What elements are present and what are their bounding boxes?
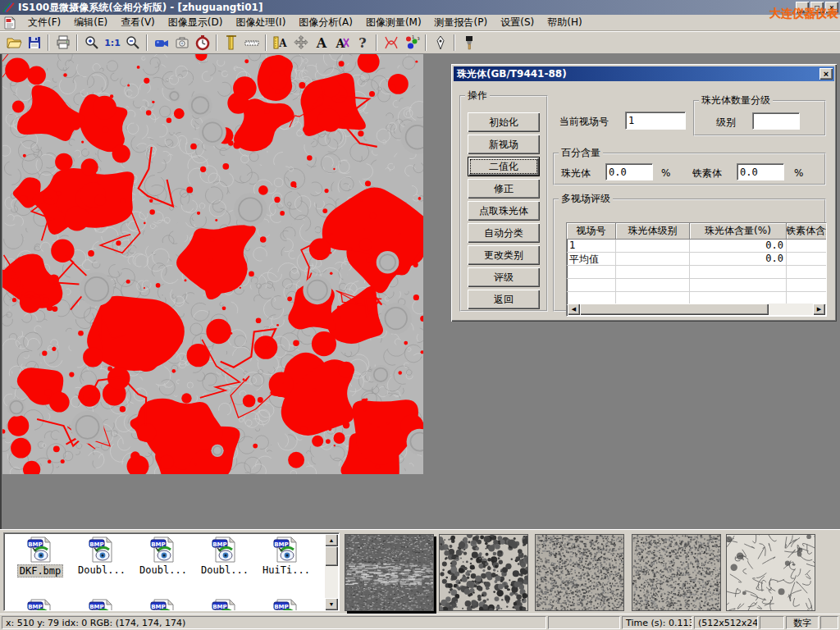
file-item-row2-5[interactable]: BMP: [257, 599, 316, 611]
menu-item-10[interactable]: 帮助(H): [541, 14, 588, 31]
file-item-5[interactable]: BMPHuiTi...: [257, 536, 316, 576]
caliper-button[interactable]: [221, 33, 241, 52]
file-label[interactable]: DKF.bmp: [17, 564, 64, 578]
op-button-5[interactable]: 点取珠光体: [468, 201, 540, 221]
file-item-4[interactable]: BMPDoubl...: [195, 536, 254, 576]
toolbar-group-3: 1:1: [81, 33, 143, 52]
thumbnail-3[interactable]: [535, 534, 624, 611]
scroll-left-icon[interactable]: ◀: [568, 304, 580, 315]
thumbnail-5[interactable]: [726, 534, 815, 611]
level-input[interactable]: [752, 112, 800, 130]
toolbar-separator: [376, 34, 377, 51]
table-col-header-1[interactable]: 视场号: [567, 223, 616, 240]
op-button-2[interactable]: 新视场: [468, 135, 540, 154]
curve-button[interactable]: [381, 33, 401, 52]
table-row-4[interactable]: [567, 279, 826, 292]
print-button[interactable]: [52, 33, 73, 52]
classify-dots-button[interactable]: 13: [401, 33, 422, 52]
print-icon: [55, 34, 71, 51]
file-item-row2-1[interactable]: BMP: [11, 599, 70, 611]
menu-item-3[interactable]: 查看(V): [114, 14, 162, 31]
op-button-6[interactable]: 自动分类: [468, 223, 540, 243]
table-row-1[interactable]: 10.0: [567, 240, 826, 253]
multi-field-group: 多视场评级 视场号珠光体级别珠光体含量(%)铁素体含量(%) 10.0平均值0.…: [553, 192, 826, 312]
table-col-header-4[interactable]: 铁素体含量(%): [787, 223, 827, 240]
toolbar-group-9: [459, 33, 479, 52]
dialog-close-icon[interactable]: ×: [819, 68, 833, 80]
menu-item-7[interactable]: 图像测量(M): [359, 14, 428, 31]
v-scroll-thumb[interactable]: [325, 546, 338, 566]
thumbnail-4[interactable]: [632, 534, 721, 611]
current-field-input[interactable]: [625, 112, 686, 130]
table-col-header-2[interactable]: 珠光体级别: [616, 223, 690, 240]
save-button[interactable]: [24, 33, 44, 52]
file-browser-scrollbar[interactable]: ▲▼: [325, 534, 338, 610]
operation-group: 操作 初始化新视场二值化修正点取珠光体自动分类更改类别评级返回: [459, 89, 548, 312]
open-button[interactable]: [3, 33, 24, 52]
file-browser[interactable]: BMPDKF.bmpBMPDoubl...BMPDoubl...BMPDoubl…: [3, 532, 340, 611]
menu-item-8[interactable]: 测量报告(P): [428, 14, 495, 31]
close-button[interactable]: ×: [825, 2, 838, 13]
toolbar-group-2: [52, 33, 73, 52]
caliper-icon: [223, 34, 240, 51]
file-item-row2-2[interactable]: BMP: [72, 599, 131, 611]
menu-item-2[interactable]: 编辑(E): [67, 14, 114, 31]
scroll-down-icon[interactable]: ▼: [325, 598, 338, 610]
zoom-in-button[interactable]: [81, 33, 102, 52]
actual-size-button[interactable]: 1:1: [102, 33, 122, 52]
file-item-3[interactable]: BMPDoubl...: [134, 536, 193, 576]
table-col-header-3[interactable]: 珠光体含量(%): [690, 223, 787, 240]
menu-item-4[interactable]: 图像显示(D): [162, 14, 230, 31]
menu-item-9[interactable]: 设置(S): [494, 14, 541, 31]
zoom-out-icon: [125, 34, 141, 51]
help-button[interactable]: ?: [352, 33, 372, 52]
op-button-3[interactable]: 二值化: [468, 157, 540, 176]
menu-item-5[interactable]: 图像处理(I): [229, 14, 292, 31]
scroll-up-icon[interactable]: ▲: [325, 534, 338, 546]
file-item-row2-3[interactable]: BMP: [134, 599, 193, 611]
file-label[interactable]: HuiTi...: [261, 564, 312, 576]
file-item-2[interactable]: BMPDoubl...: [72, 536, 131, 576]
file-item-1[interactable]: BMPDKF.bmp: [11, 536, 70, 578]
table-row-3[interactable]: [567, 266, 826, 279]
brush-button[interactable]: [459, 33, 479, 52]
thumbnail-1[interactable]: [345, 534, 434, 611]
zoom-out-button[interactable]: [122, 33, 143, 52]
op-button-8[interactable]: 评级: [468, 267, 540, 287]
rating-table[interactable]: 视场号珠光体级别珠光体含量(%)铁素体含量(%) 10.0平均值0.0 ◀ ▶: [566, 222, 827, 317]
op-button-4[interactable]: 修正: [468, 179, 540, 199]
table-h-scrollbar[interactable]: ◀ ▶: [568, 304, 825, 315]
pearlite-percent-input[interactable]: [605, 163, 653, 180]
ferrite-percent-input[interactable]: [737, 163, 784, 180]
menu-item-1[interactable]: 文件(F): [21, 14, 67, 31]
op-button-1[interactable]: 初始化: [468, 112, 540, 132]
file-label[interactable]: Doubl...: [138, 564, 189, 576]
op-button-9[interactable]: 返回: [468, 290, 540, 309]
thumbnail-2[interactable]: [439, 534, 528, 611]
timer-button[interactable]: [192, 33, 212, 52]
dialog-title-bar[interactable]: 珠光体(GB/T9441-88) ×: [454, 66, 834, 81]
svg-text:?: ?: [358, 35, 366, 51]
h-scroll-track[interactable]: [769, 304, 813, 315]
h-scroll-thumb[interactable]: [580, 304, 769, 315]
toolbar-group-4: [151, 33, 212, 52]
video-camera-button[interactable]: [151, 33, 171, 52]
restore-button[interactable]: □: [810, 2, 824, 13]
op-button-7[interactable]: 更改类别: [468, 245, 540, 265]
text-button[interactable]: A: [311, 33, 331, 52]
file-label[interactable]: Doubl...: [199, 564, 250, 576]
file-item-row2-4[interactable]: BMP: [195, 599, 254, 611]
measure-text-button[interactable]: A: [270, 33, 290, 52]
move-button[interactable]: [290, 33, 311, 52]
scroll-right-icon[interactable]: ▶: [813, 304, 825, 315]
table-row-2[interactable]: 平均值0.0: [567, 253, 826, 266]
metallographic-image-binarized[interactable]: [2, 54, 423, 474]
text-edit-button[interactable]: A: [331, 33, 352, 52]
picker-button[interactable]: [430, 33, 450, 52]
minimize-button[interactable]: _: [796, 2, 809, 13]
file-label[interactable]: Doubl...: [76, 564, 127, 576]
table-cell: [616, 253, 690, 266]
ruler-button[interactable]: [241, 33, 262, 52]
photo-camera-button[interactable]: [171, 33, 192, 52]
menu-item-6[interactable]: 图像分析(A): [292, 14, 359, 31]
